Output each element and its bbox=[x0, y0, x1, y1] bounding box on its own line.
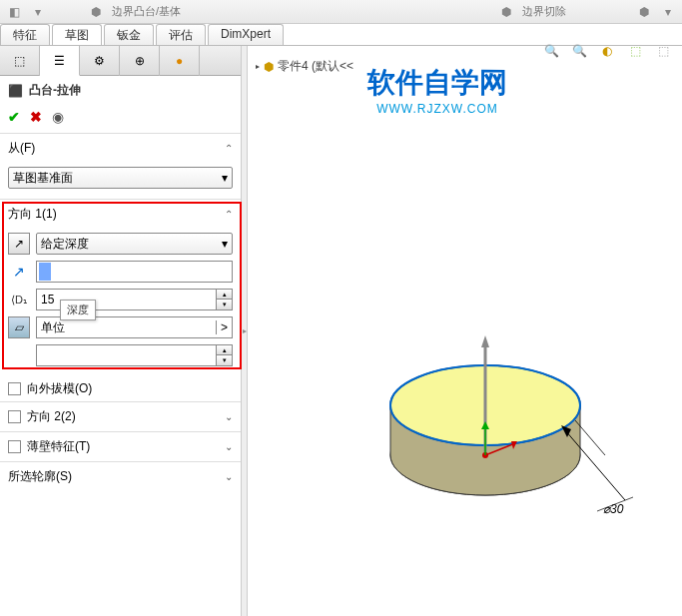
search-icon[interactable]: 🔍 bbox=[568, 40, 590, 62]
chevron-down-icon: ▾ bbox=[222, 171, 228, 185]
toolbar-icon[interactable]: ▾ bbox=[658, 3, 678, 21]
search-icon[interactable]: 🔍 bbox=[540, 40, 562, 62]
panel-tab-icon[interactable]: ⬚ bbox=[0, 46, 40, 76]
direction-field[interactable] bbox=[36, 261, 233, 283]
toolbar-icon[interactable]: ▾ bbox=[28, 3, 48, 21]
tab-evaluate[interactable]: 评估 bbox=[156, 24, 206, 45]
cut-icon[interactable]: ⬢ bbox=[496, 3, 516, 21]
expand-icon: ⌄ bbox=[225, 471, 233, 482]
collapse-icon: ⌃ bbox=[225, 209, 233, 220]
panel-tab-icon[interactable]: ☰ bbox=[40, 46, 80, 76]
extrude-preview: ⌀30 bbox=[375, 325, 635, 545]
spinner-down[interactable]: ▾ bbox=[217, 300, 232, 309]
boss-label: 边界凸台/基体 bbox=[112, 4, 181, 19]
tab-feature[interactable]: 特征 bbox=[0, 24, 50, 45]
chevron-down-icon: ▾ bbox=[222, 237, 228, 251]
3d-viewport[interactable]: 🔍 🔍 ◐ ⬚ ⬚ ▸ ⬢ 零件4 (默认<< 软件自学网 WWW.RJZXW.… bbox=[248, 46, 682, 616]
ok-button[interactable]: ✔ bbox=[8, 109, 20, 125]
draft-icon[interactable]: ▱ bbox=[8, 316, 30, 338]
spinner-up[interactable]: ▴ bbox=[217, 290, 232, 300]
boss-icon[interactable]: ⬢ bbox=[86, 3, 106, 21]
preview-icon[interactable]: ◉ bbox=[52, 109, 64, 125]
cut-label: 边界切除 bbox=[522, 4, 566, 19]
expand-icon: ⌄ bbox=[225, 441, 233, 452]
depth-icon: ⟨D₁ bbox=[8, 294, 30, 307]
toolbar-icon[interactable]: ⬢ bbox=[634, 3, 654, 21]
depth-tooltip: 深度 bbox=[60, 300, 96, 320]
tab-dimxpert[interactable]: DimXpert bbox=[208, 24, 284, 45]
panel-tab-icon[interactable]: ⊕ bbox=[120, 46, 160, 76]
extrude-icon: ⬛ bbox=[8, 84, 23, 98]
top-toolbar: ◧ ▾ ⬢ 边界凸台/基体 ⬢ 边界切除 ⬢ ▾ bbox=[0, 0, 682, 24]
reverse-direction-icon[interactable]: ↗ bbox=[8, 233, 30, 255]
view-icon[interactable]: ◐ bbox=[596, 40, 618, 62]
watermark: 软件自学网 WWW.RJZXW.COM bbox=[367, 64, 507, 116]
tab-sheetmetal[interactable]: 钣金 bbox=[104, 24, 154, 45]
cancel-button[interactable]: ✖ bbox=[30, 109, 42, 125]
section-from-header[interactable]: 从(F) ⌃ bbox=[0, 134, 241, 163]
expand-icon: ⌄ bbox=[225, 411, 233, 422]
from-combo[interactable]: 草图基准面 ▾ bbox=[8, 167, 233, 189]
svg-marker-4 bbox=[481, 335, 489, 347]
view-icon[interactable]: ⬚ bbox=[652, 40, 674, 62]
section-contour-header[interactable]: 所选轮廓(S) ⌄ bbox=[0, 462, 241, 491]
extra-field[interactable]: ▴ ▾ bbox=[36, 344, 233, 366]
tab-sketch[interactable]: 草图 bbox=[52, 24, 102, 45]
view-icon[interactable]: ⬚ bbox=[624, 40, 646, 62]
section-dir1-header[interactable]: 方向 1(1) ⌃ bbox=[0, 200, 241, 229]
panel-tab-icon[interactable]: ⚙ bbox=[80, 46, 120, 76]
spinner-up[interactable]: ▴ bbox=[217, 345, 232, 355]
section-thin-header[interactable]: 薄壁特征(T) ⌄ bbox=[0, 432, 241, 461]
feature-tree-flyout[interactable]: ▸ ⬢ 零件4 (默认<< bbox=[256, 58, 353, 75]
section-dir2-header[interactable]: 方向 2(2) ⌄ bbox=[0, 402, 241, 431]
direction-icon: ↗ bbox=[8, 264, 30, 280]
property-manager: ⬚ ☰ ⚙ ⊕ ● ⬛ 凸台-拉伸 ✔ ✖ ◉ 从(F) ⌃ 草图基准面 ▾ bbox=[0, 46, 242, 616]
collapse-icon: ⌃ bbox=[225, 143, 233, 154]
spinner-down[interactable]: ▾ bbox=[217, 355, 232, 365]
panel-tab-icon[interactable]: ● bbox=[160, 46, 200, 76]
feature-title: ⬛ 凸台-拉伸 bbox=[0, 76, 241, 105]
end-condition-combo[interactable]: 给定深度 ▾ bbox=[36, 233, 233, 255]
toolbar-icon[interactable]: ◧ bbox=[4, 3, 24, 21]
dimension-text: ⌀30 bbox=[603, 502, 624, 516]
draft-outward-checkbox[interactable]: 向外拔模(O) bbox=[0, 376, 241, 401]
